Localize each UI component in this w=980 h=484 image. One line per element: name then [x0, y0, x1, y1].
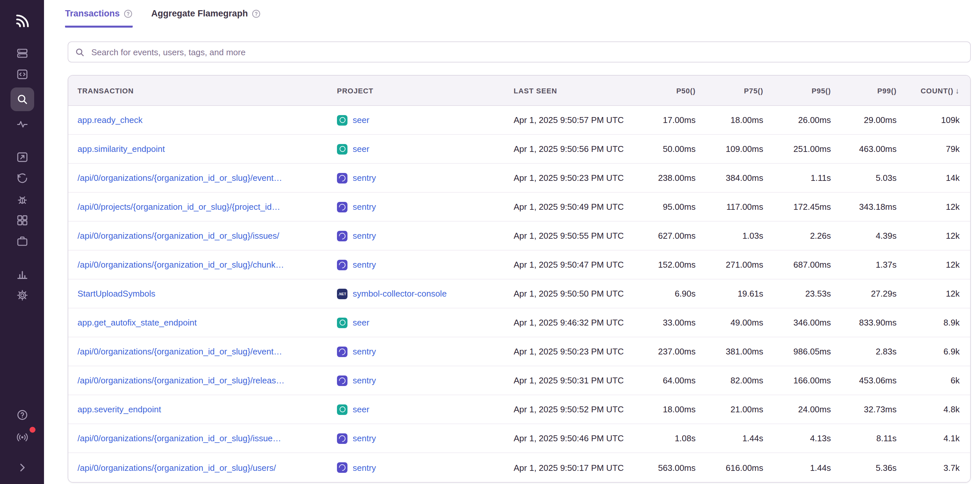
sidebar-item-crons[interactable] — [10, 189, 34, 209]
p95-cell: 986.05ms — [774, 347, 842, 356]
transaction-link[interactable]: StartUploadSymbols — [78, 289, 155, 299]
p75-cell: 19.61s — [706, 289, 774, 299]
transaction-cell: /api/0/projects/{organization_id_or_slug… — [68, 202, 321, 212]
sidebar-expand-button[interactable] — [10, 458, 34, 478]
transaction-cell: /api/0/organizations/{organization_id_or… — [68, 260, 321, 270]
help-question-icon[interactable] — [252, 9, 261, 18]
server-stack-icon — [16, 47, 28, 59]
grid-icon — [16, 214, 28, 226]
transaction-link[interactable]: /api/0/organizations/{organization_id_or… — [78, 347, 282, 356]
p75-cell: 109.00ms — [706, 144, 774, 154]
p50-cell: 50.00ms — [638, 144, 706, 154]
search-input[interactable] — [90, 46, 964, 58]
project-link[interactable]: sentry — [353, 433, 376, 443]
project-cell: seer — [321, 115, 495, 125]
column-header-transaction[interactable]: TRANSACTION — [68, 86, 321, 94]
column-header-count[interactable]: COUNT() ↓ — [907, 86, 970, 95]
project-link[interactable]: sentry — [353, 375, 376, 385]
transaction-link[interactable]: app.get_autofix_state_endpoint — [78, 318, 197, 327]
transaction-link[interactable]: /api/0/organizations/{organization_id_or… — [78, 433, 281, 443]
sidebar-item-replays[interactable] — [10, 168, 34, 188]
transaction-link[interactable]: /api/0/organizations/{organization_id_or… — [78, 375, 285, 385]
sidebar-item-servers[interactable] — [10, 43, 34, 63]
p99-cell: 32.73ms — [842, 404, 907, 414]
p95-cell: 4.13s — [774, 433, 842, 443]
column-header-p50[interactable]: P50() — [638, 86, 706, 94]
project-link[interactable]: sentry — [353, 202, 376, 212]
sidebar-item-dashboards[interactable] — [10, 211, 34, 230]
sidebar-item-settings[interactable] — [10, 285, 34, 305]
count-cell: 8.9k — [907, 318, 970, 327]
column-header-p75[interactable]: P75() — [706, 86, 774, 94]
project-link[interactable]: sentry — [353, 463, 376, 473]
tab-aggregate-flamegraph[interactable]: Aggregate Flamegraph — [151, 8, 261, 28]
last-seen-cell: Apr 1, 2025 9:50:31 PM UTC — [495, 375, 638, 385]
column-header-p99[interactable]: P99() — [842, 86, 907, 94]
p50-cell: 1.08s — [638, 433, 706, 443]
project-cell: sentry — [321, 375, 495, 386]
history-icon — [16, 172, 28, 184]
sidebar-item-code[interactable] — [10, 64, 34, 84]
search-icon — [75, 47, 85, 57]
transaction-link[interactable]: app.severity_endpoint — [78, 404, 161, 414]
transaction-link[interactable]: app.ready_check — [78, 115, 143, 125]
last-seen-cell: Apr 1, 2025 9:50:56 PM UTC — [495, 144, 638, 154]
p50-cell: 18.00ms — [638, 404, 706, 414]
transaction-link[interactable]: /api/0/organizations/{organization_id_or… — [78, 260, 284, 270]
briefcase-icon — [16, 235, 28, 247]
p75-cell: 49.00ms — [706, 318, 774, 327]
project-icon — [337, 346, 347, 357]
p99-cell: 29.00ms — [842, 115, 907, 125]
pulse-icon — [16, 118, 28, 130]
table-body: app.ready_checkseerApr 1, 2025 9:50:57 P… — [68, 106, 970, 482]
column-header-project[interactable]: PROJECT — [321, 86, 495, 94]
p99-cell: 833.90ms — [842, 318, 907, 327]
project-cell: sentry — [321, 462, 495, 473]
p95-cell: 23.53s — [774, 289, 842, 299]
count-cell: 3.7k — [907, 463, 970, 473]
project-cell: sentry — [321, 230, 495, 241]
help-question-icon[interactable] — [124, 9, 133, 18]
sidebar-item-releases[interactable] — [10, 232, 34, 251]
project-cell: .NETsymbol-collector-console — [321, 288, 495, 299]
project-link[interactable]: sentry — [353, 231, 376, 241]
project-link[interactable]: seer — [353, 404, 369, 414]
transaction-link[interactable]: /api/0/projects/{organization_id_or_slug… — [78, 202, 280, 212]
count-cell: 12k — [907, 202, 970, 212]
transaction-link[interactable]: /api/0/organizations/{organization_id_or… — [78, 231, 279, 241]
transaction-link[interactable]: /api/0/organizations/{organization_id_or… — [78, 463, 276, 473]
sidebar-item-broadcast[interactable] — [10, 427, 34, 447]
sentry-logo[interactable] — [10, 8, 35, 32]
project-link[interactable]: sentry — [353, 347, 376, 356]
p75-cell: 1.03s — [706, 231, 774, 241]
count-cell: 79k — [907, 144, 970, 154]
project-link[interactable]: symbol-collector-console — [353, 289, 447, 299]
p99-cell: 5.03s — [842, 173, 907, 183]
sidebar-item-search[interactable] — [10, 88, 34, 111]
column-header-p95[interactable]: P95() — [774, 86, 842, 94]
transaction-link[interactable]: /api/0/organizations/{organization_id_or… — [78, 173, 282, 183]
column-header-last-seen[interactable]: LAST SEEN — [495, 86, 638, 94]
sidebar-item-help[interactable] — [10, 405, 34, 425]
project-link[interactable]: seer — [353, 115, 369, 125]
sidebar-bottom — [10, 405, 34, 478]
transaction-link[interactable]: app.similarity_endpoint — [78, 144, 165, 154]
tab-bar: Transactions Aggregate Flamegraph — [44, 0, 980, 28]
project-link[interactable]: seer — [353, 144, 369, 154]
p50-cell: 563.00ms — [638, 463, 706, 473]
count-cell: 12k — [907, 289, 970, 299]
sidebar-item-export[interactable] — [10, 147, 34, 167]
search-bar[interactable] — [68, 42, 971, 62]
sidebar-item-stats[interactable] — [10, 264, 34, 284]
last-seen-cell: Apr 1, 2025 9:50:46 PM UTC — [495, 433, 638, 443]
bar-chart-icon — [16, 268, 28, 280]
project-link[interactable]: sentry — [353, 173, 376, 183]
project-link[interactable]: seer — [353, 318, 369, 327]
p75-cell: 21.00ms — [706, 404, 774, 414]
project-link[interactable]: sentry — [353, 260, 376, 270]
p99-cell: 1.37s — [842, 260, 907, 270]
sidebar-item-performance[interactable] — [10, 114, 34, 134]
p75-cell: 271.00ms — [706, 260, 774, 270]
tab-transactions[interactable]: Transactions — [65, 8, 133, 28]
table-row: /api/0/organizations/{organization_id_or… — [68, 424, 970, 453]
